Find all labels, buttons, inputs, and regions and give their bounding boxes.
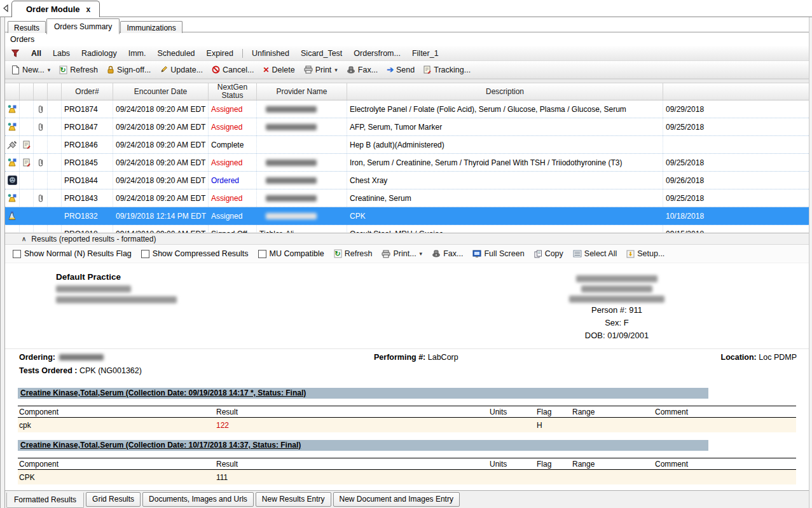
setup-label: Setup... <box>637 249 664 258</box>
ordering-provider: Ordering: <box>19 353 104 362</box>
order-row[interactable]: PRO184409/24/2018 09:20 AM EDTOrderedChe… <box>5 172 809 189</box>
order-row[interactable]: PRO181809/14/2018 09:00 AM EDTSigned Off… <box>5 225 809 233</box>
refresh-icon: ↻ <box>334 249 342 258</box>
grid-header-encounter-date[interactable]: Encounter Date <box>113 83 209 100</box>
note-icon <box>23 141 31 149</box>
padlock-icon <box>107 65 114 74</box>
order-description: Occult Stool, MRH / Guaiac... <box>347 225 663 233</box>
order-row[interactable]: PRO187409/24/2018 09:20 AM EDTAssignedEl… <box>5 100 809 118</box>
location: Location: Loc PDMP <box>721 353 797 362</box>
bottomtab-new-document-and-images-entry[interactable]: New Document and Images Entry <box>333 492 460 507</box>
show-compressed-results-checkbox[interactable]: Show Compressed Results <box>141 249 249 258</box>
filter-unfinished[interactable]: Unfinished <box>252 49 289 58</box>
result-value-result: 111 <box>216 473 228 482</box>
status-text: Assigned <box>211 105 242 114</box>
bottomtab-formatted-results[interactable]: Formatted Results <box>6 492 84 508</box>
filter-radiology[interactable]: Radiology <box>81 49 117 58</box>
grid-header-nextgen-status[interactable]: NextGen Status <box>209 83 257 100</box>
copy-button[interactable]: Copy <box>534 249 563 258</box>
performing-lab: Performing #: LabCorp <box>374 353 458 362</box>
tab-scroll-left-button[interactable] <box>1 3 10 13</box>
right-splitter[interactable] <box>809 17 812 508</box>
tab-results[interactable]: Results <box>8 21 46 34</box>
order-row-icon-cell <box>20 189 34 207</box>
ordering-label: Ordering: <box>19 353 55 362</box>
order-row-icon-cell <box>5 118 20 135</box>
print-button[interactable]: Print...▾ <box>382 249 422 258</box>
collapse-chevron-icon: ∧ <box>22 235 26 242</box>
close-icon[interactable]: x <box>86 5 91 14</box>
results-section-splitter[interactable]: ∧ Results (reported results - formatted) <box>5 233 809 245</box>
order-row[interactable]: PRO184709/24/2018 09:20 AM EDTAssignedAF… <box>5 118 809 136</box>
fax-button[interactable]: Fax... <box>347 65 378 74</box>
checkbox-icon[interactable] <box>258 250 266 258</box>
order-row[interactable]: PRO184609/24/2018 09:20 AM EDTCompleteHe… <box>5 136 809 154</box>
order-description: Creatinine, Serum <box>347 189 663 207</box>
result-block: Creatine Kinase,Total,Serum (Collection … <box>18 388 802 432</box>
nextgen-status: Ordered <box>209 172 257 189</box>
result-col-component: Component <box>19 460 58 469</box>
filter-sicard-test[interactable]: Sicard_Test <box>301 49 342 58</box>
mu-compatible-checkbox[interactable]: MU Compatible <box>258 249 324 258</box>
grid-header-description[interactable]: Description <box>347 83 663 100</box>
order-row-selected[interactable]: PRO183209/19/2018 12:14 PM EDTAssignedCP… <box>5 207 809 225</box>
refresh-button[interactable]: ↻Refresh <box>59 65 98 74</box>
setup-button[interactable]: Setup... <box>626 249 664 258</box>
bottomtab-grid-results[interactable]: Grid Results <box>86 492 141 507</box>
filter-imm[interactable]: Imm. <box>128 49 146 58</box>
filter-ordersfrom[interactable]: Ordersfrom... <box>354 49 401 58</box>
order-row-icon-cell <box>48 118 62 135</box>
filter-all[interactable]: All <box>31 49 41 58</box>
grid-header-icon-col <box>34 83 48 100</box>
printer-icon <box>382 250 390 258</box>
grid-header-provider-name[interactable]: Provider Name <box>257 83 347 100</box>
filter-filter-1[interactable]: Filter_1 <box>412 49 439 58</box>
fax-button[interactable]: Fax... <box>432 249 463 258</box>
order-row-icon-cell <box>48 189 62 207</box>
tab-immunizations[interactable]: Immunizations <box>120 21 182 34</box>
delete-button[interactable]: ✕Delete <box>263 65 294 74</box>
bottomtab-new-results-entry[interactable]: New Results Entry <box>256 492 331 507</box>
order-row-icon-cell <box>34 100 48 118</box>
order-number: PRO1845 <box>62 154 113 171</box>
sign-off-button[interactable]: Sign-off... <box>107 65 151 74</box>
refresh-button[interactable]: ↻Refresh <box>334 249 373 258</box>
redacted-practice-address-line <box>56 285 131 292</box>
order-row-icon-cell <box>5 225 20 233</box>
update-button[interactable]: Update... <box>160 65 203 74</box>
order-row[interactable]: PRO184309/24/2018 09:20 AM EDTAssignedCr… <box>5 189 809 207</box>
send-arrow-icon: ➔ <box>387 65 394 74</box>
order-info-row: Ordering: Performing #: LabCorp Location… <box>5 353 809 364</box>
full-screen-button[interactable]: Full Screen <box>472 249 524 258</box>
checkbox-icon[interactable] <box>13 250 21 258</box>
chevron-down-icon[interactable]: ▾ <box>334 67 338 73</box>
send-button[interactable]: ➔Send <box>387 65 415 74</box>
result-col-component: Component <box>19 408 58 416</box>
left-triangle-icon <box>3 4 9 12</box>
order-date <box>663 136 809 153</box>
provider-name: Tichler, Ali... <box>257 225 347 233</box>
result-col-range: Range <box>572 460 595 469</box>
chevron-down-icon[interactable]: ▾ <box>420 251 423 257</box>
new-button[interactable]: New...▾ <box>11 65 50 74</box>
order-row[interactable]: PRO184509/24/2018 09:20 AM EDTAssignedIr… <box>5 154 809 172</box>
order-module-tab[interactable]: Order Module x <box>11 1 100 17</box>
tracking-button[interactable]: Tracking... <box>423 65 471 74</box>
checkbox-icon[interactable] <box>141 250 149 258</box>
redacted-ordering-provider <box>59 354 104 360</box>
chevron-down-icon[interactable]: ▾ <box>48 67 51 73</box>
paperclip-icon <box>38 193 44 203</box>
filter-labs[interactable]: Labs <box>53 49 70 58</box>
left-splitter[interactable] <box>0 17 5 508</box>
select-all-button[interactable]: Select All <box>573 249 617 258</box>
show-normal-n-results-flag-checkbox[interactable]: Show Normal (N) Results Flag <box>13 249 132 258</box>
print-button[interactable]: Print▾ <box>304 65 338 74</box>
filter-expired[interactable]: Expired <box>207 49 233 58</box>
filter-scheduled[interactable]: Scheduled <box>157 49 195 58</box>
grid-header-order[interactable]: Order# <box>62 83 113 100</box>
tab-orders-summary[interactable]: Orders Summary <box>46 18 120 34</box>
cancel-button[interactable]: Cancel... <box>212 65 254 74</box>
patient-sex: Sex: F <box>540 318 693 328</box>
bottomtab-documents-images-and-urls[interactable]: Documents, Images and Urls <box>142 492 254 507</box>
practice-name: Default Practice <box>56 272 177 282</box>
